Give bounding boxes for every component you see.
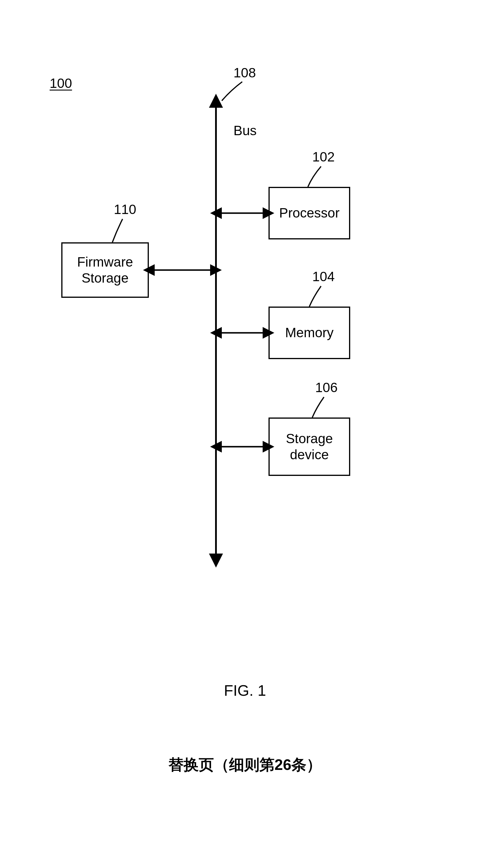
processor-ref-leader [308, 166, 321, 187]
bus-ref-leader [222, 82, 242, 101]
memory-ref-leader [309, 286, 321, 307]
page-footer: 替换页（细则第26条） [0, 755, 490, 775]
diagram-page: 100 108 Bus 102 110 104 106 Processor Fi… [0, 0, 490, 868]
diagram-lines [0, 0, 490, 868]
storage-ref-leader [312, 397, 324, 417]
figure-caption: FIG. 1 [0, 682, 490, 699]
firmware-ref-leader [112, 219, 123, 242]
